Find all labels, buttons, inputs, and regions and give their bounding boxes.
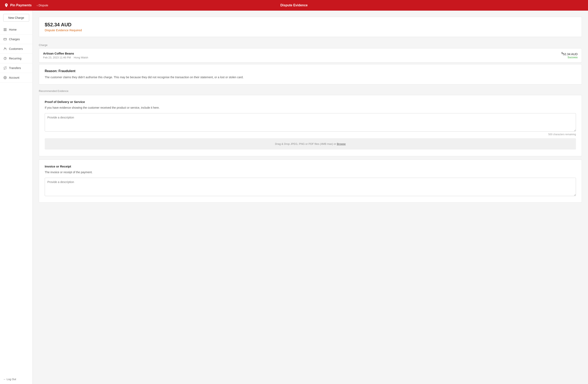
- evidence-invoice-description: The invoice or receipt of the payment.: [45, 170, 576, 174]
- recommended-evidence-label: Recommended Evidence: [39, 88, 582, 92]
- recurring-icon: [3, 57, 7, 60]
- back-chevron-icon: ‹: [37, 4, 38, 7]
- charges-icon: [3, 37, 7, 41]
- charge-section: Charge Artisan Coffee Beans Feb 23, 2023…: [39, 40, 582, 63]
- charge-amount-value: $52.34 AUD: [562, 52, 578, 56]
- sidebar-item-home[interactable]: Home: [0, 25, 32, 35]
- sidebar-item-account[interactable]: Account: [0, 73, 32, 83]
- dispute-status: Dispute Evidence Required: [45, 28, 576, 32]
- charge-customer: Hong Walsh: [74, 56, 88, 59]
- sidebar-item-transfers[interactable]: Transfers: [0, 63, 32, 73]
- svg-rect-0: [4, 28, 5, 29]
- file-browse-link[interactable]: Browse: [337, 142, 346, 146]
- evidence-section-proof-of-delivery: Proof of Delivery or Service If you have…: [39, 95, 582, 156]
- page-title: Dispute Evidence: [280, 3, 308, 7]
- top-navigation: Pin Payments ‹ Dispute Dispute Evidence: [0, 0, 588, 11]
- charge-meta: Feb 23, 2023 11:46 PM Hong Walsh: [43, 56, 88, 59]
- sidebar-item-recurring-label: Recurring: [9, 57, 21, 60]
- evidence-proof-title: Proof of Delivery or Service: [45, 100, 576, 104]
- sidebar-nav: Home Charges Customers: [0, 25, 32, 83]
- evidence-invoice-textarea[interactable]: [45, 178, 576, 196]
- svg-rect-1: [5, 28, 6, 29]
- dispute-amount: $52.34 AUD: [45, 22, 576, 28]
- sidebar-item-customers-label: Customers: [9, 47, 23, 50]
- brand-name: Pin Payments: [10, 3, 32, 7]
- evidence-section-invoice: Invoice or Receipt The invoice or receip…: [39, 160, 582, 203]
- evidence-proof-description: If you have evidence showing the custome…: [45, 106, 576, 110]
- brand-logo[interactable]: Pin Payments: [4, 3, 37, 8]
- svg-rect-3: [5, 30, 6, 31]
- back-label: Dispute: [39, 4, 48, 7]
- reason-card: Reason: Fraudulent The customer claims t…: [39, 64, 582, 85]
- pin-icon: [4, 3, 9, 8]
- sidebar-item-charges-label: Charges: [9, 38, 20, 41]
- svg-point-9: [5, 77, 5, 78]
- charge-status: Success: [562, 56, 578, 59]
- charge-section-label: Charge: [39, 40, 582, 48]
- charge-date: Feb 23, 2023 11:46 PM: [43, 56, 71, 59]
- evidence-invoice-title: Invoice or Receipt: [45, 165, 576, 168]
- sidebar-item-account-label: Account: [9, 76, 20, 79]
- svg-rect-2: [4, 30, 5, 31]
- svg-point-7: [5, 48, 6, 49]
- main-content: $52.34 AUD Dispute Evidence Required Cha…: [33, 11, 588, 384]
- charge-amount-number: 52.34 AUD: [563, 52, 578, 56]
- svg-rect-4: [4, 38, 6, 40]
- reason-title: Reason: Fraudulent: [45, 69, 576, 73]
- transfers-icon: [3, 66, 7, 70]
- new-charge-button[interactable]: New Charge: [3, 14, 29, 22]
- sidebar-item-recurring[interactable]: Recurring: [0, 54, 32, 63]
- sidebar: New Charge Home Charges: [0, 11, 33, 384]
- sidebar-item-customers[interactable]: Customers: [0, 44, 32, 54]
- sidebar-item-transfers-label: Transfers: [9, 66, 21, 70]
- sidebar-item-home-label: Home: [9, 28, 17, 31]
- charge-name: Artisan Coffee Beans: [43, 52, 88, 55]
- account-icon: [3, 76, 7, 80]
- customers-icon: [3, 47, 7, 51]
- back-link[interactable]: ‹ Dispute: [37, 4, 48, 7]
- evidence-proof-char-count: 500 characters remaining: [45, 133, 576, 136]
- charge-row: Artisan Coffee Beans Feb 23, 2023 11:46 …: [39, 48, 582, 63]
- dispute-header-card: $52.34 AUD Dispute Evidence Required: [39, 17, 582, 37]
- file-drop-text: Drag & Drop JPEG, PNG or PDF files (4MB …: [275, 142, 336, 146]
- evidence-proof-textarea[interactable]: [45, 113, 576, 131]
- svg-point-6: [4, 48, 5, 49]
- reason-description: The customer claims they didn't authoris…: [45, 75, 576, 80]
- charge-amount: $52.34 AUD Success: [562, 52, 578, 59]
- home-icon: [3, 28, 7, 31]
- logout-link[interactable]: ← Log Out: [0, 374, 32, 384]
- sidebar-item-charges[interactable]: Charges: [0, 35, 32, 44]
- charge-info: Artisan Coffee Beans Feb 23, 2023 11:46 …: [43, 52, 88, 59]
- file-drop-zone-proof[interactable]: Drag & Drop JPEG, PNG or PDF files (4MB …: [45, 138, 576, 149]
